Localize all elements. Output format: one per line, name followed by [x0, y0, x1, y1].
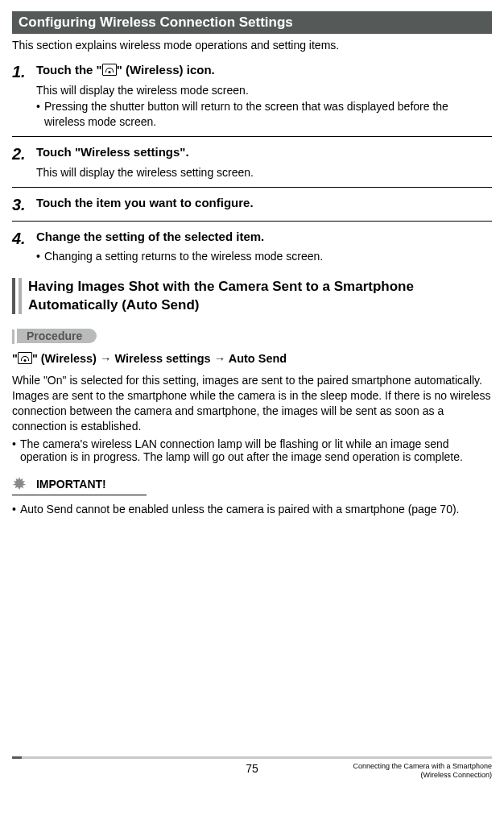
- separator: [12, 187, 492, 188]
- separator: [12, 136, 492, 137]
- important-block: IMPORTANT! Auto Send cannot be enabled u…: [12, 476, 492, 516]
- heading-bar-light: [19, 278, 22, 313]
- page-number: 75: [246, 762, 258, 775]
- step-number: 4.: [12, 230, 33, 248]
- procedure-bar: [12, 329, 14, 344]
- separator: [12, 221, 492, 222]
- step-body: This will display the wireless mode scre…: [36, 83, 492, 98]
- breadcrumb: "" (Wireless) → Wireless settings → Auto…: [12, 352, 492, 365]
- page-footer: 75 Connecting the Camera with a Smartpho…: [12, 756, 492, 780]
- step-title: Touch "Wireless settings".: [36, 145, 189, 159]
- important-heading: IMPORTANT!: [12, 476, 147, 495]
- body-paragraph: While "On" is selected for this setting,…: [12, 373, 492, 434]
- step-bullet: Pressing the shutter button will return …: [36, 99, 492, 130]
- procedure-label-wrap: Procedure: [12, 329, 492, 344]
- arrow-right-icon: →: [100, 352, 112, 365]
- procedure-label: Procedure: [17, 329, 97, 343]
- wireless-icon: [102, 64, 117, 76]
- svg-marker-0: [13, 476, 26, 489]
- step-number: 3.: [12, 196, 33, 214]
- step-3: 3. Touch the item you want to configure.: [12, 196, 492, 214]
- step-title: Change the setting of the selected item.: [36, 230, 264, 243]
- subsection-title: Having Images Shot with the Camera Sent …: [28, 278, 492, 313]
- footer-chapter: Connecting the Camera with a Smartphone …: [353, 762, 492, 780]
- arrow-right-icon: →: [214, 352, 226, 365]
- step-number: 1.: [12, 63, 33, 81]
- important-bullet: Auto Send cannot be enabled unless the c…: [12, 503, 492, 516]
- wireless-icon: [18, 352, 32, 364]
- step-1: 1. Touch the "" (Wireless) icon. This wi…: [12, 63, 492, 130]
- heading-bar-dark: [12, 278, 15, 313]
- step-4: 4. Change the setting of the selected it…: [12, 230, 492, 264]
- burst-icon: [12, 476, 27, 493]
- subsection-heading: Having Images Shot with the Camera Sent …: [12, 278, 492, 313]
- section-title: Configuring Wireless Connection Settings: [12, 11, 492, 34]
- step-2: 2. Touch "Wireless settings". This will …: [12, 145, 492, 180]
- step-title: Touch the item you want to configure.: [36, 196, 254, 209]
- important-label: IMPORTANT!: [33, 478, 106, 491]
- body-bullet: The camera's wireless LAN connection lam…: [12, 437, 492, 463]
- step-number: 2.: [12, 145, 33, 164]
- step-body: This will display the wireless setting s…: [36, 165, 492, 180]
- step-title: Touch the "" (Wireless) icon.: [36, 63, 215, 77]
- intro-text: This section explains wireless mode oper…: [12, 39, 492, 52]
- footer-rule: [12, 756, 492, 759]
- step-bullet: Changing a setting returns to the wirele…: [36, 249, 492, 264]
